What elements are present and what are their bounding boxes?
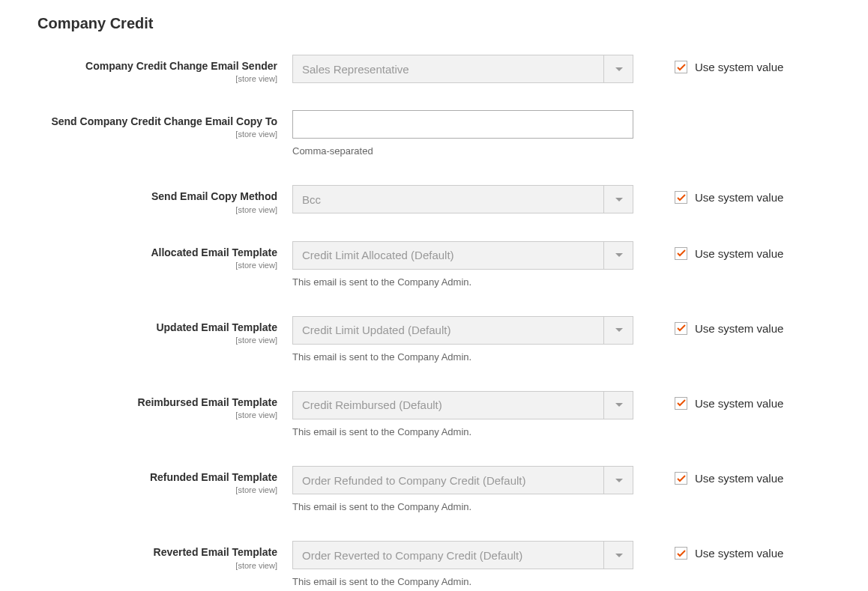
checkbox-use-system-refunded[interactable]: Use system value — [675, 472, 783, 485]
checkbox-use-system-allocated[interactable]: Use system value — [675, 247, 783, 260]
field-row-allocated: Allocated Email Template [store view] Cr… — [37, 241, 831, 289]
field-scope: [store view] — [37, 130, 277, 139]
select-refunded[interactable]: Order Refunded to Company Credit (Defaul… — [292, 466, 633, 494]
checkbox-use-system-reimbursed[interactable]: Use system value — [675, 397, 783, 410]
checkbox-label: Use system value — [695, 247, 783, 260]
select-value: Credit Reimbursed (Default) — [292, 391, 633, 419]
checkbox-use-system-reverted[interactable]: Use system value — [675, 547, 783, 560]
field-note: This email is sent to the Company Admin. — [292, 276, 633, 289]
input-col: Credit Limit Updated (Default) This emai… — [292, 316, 633, 364]
field-scope: [store view] — [37, 205, 277, 214]
label-col: Reimbursed Email Template [store view] — [37, 391, 292, 419]
checkbox-col: Use system value — [633, 55, 783, 73]
select-reimbursed[interactable]: Credit Reimbursed (Default) — [292, 391, 633, 419]
field-note: This email is sent to the Company Admin. — [292, 351, 633, 364]
checkbox-box — [675, 191, 687, 204]
label-col: Allocated Email Template [store view] — [37, 241, 292, 270]
select-value: Bcc — [292, 185, 633, 213]
checkbox-col: Use system value — [633, 316, 783, 335]
field-note: This email is sent to the Company Admin. — [292, 500, 633, 514]
input-col: Sales Representative — [292, 55, 633, 83]
field-note: Comma-separated — [292, 145, 633, 158]
input-copy-to[interactable] — [292, 110, 633, 139]
select-value: Credit Limit Allocated (Default) — [292, 241, 633, 270]
label-col: Updated Email Template [store view] — [37, 316, 292, 345]
checkbox-label: Use system value — [695, 547, 783, 560]
select-value: Order Reverted to Company Credit (Defaul… — [292, 541, 633, 569]
checkbox-label: Use system value — [695, 472, 783, 485]
input-col: Credit Reimbursed (Default) This email i… — [292, 391, 633, 439]
field-label-copy-method: Send Email Copy Method — [37, 190, 277, 203]
input-col: Credit Limit Allocated (Default) This em… — [292, 241, 633, 289]
check-icon — [677, 399, 686, 407]
field-label-updated: Updated Email Template — [37, 321, 277, 334]
field-row-reimbursed: Reimbursed Email Template [store view] C… — [37, 391, 831, 439]
field-row-reverted: Reverted Email Template [store view] Ord… — [37, 541, 831, 589]
select-allocated[interactable]: Credit Limit Allocated (Default) — [292, 241, 633, 270]
field-scope: [store view] — [37, 74, 277, 83]
checkbox-col: Use system value — [633, 466, 783, 485]
field-row-copy-to: Send Company Credit Change Email Copy To… — [37, 110, 831, 158]
input-col: Order Reverted to Company Credit (Defaul… — [292, 541, 633, 589]
field-note: This email is sent to the Company Admin. — [292, 425, 633, 439]
checkbox-box — [675, 322, 687, 335]
check-icon — [677, 324, 686, 332]
field-scope: [store view] — [37, 261, 277, 270]
label-col: Refunded Email Template [store view] — [37, 466, 292, 494]
select-updated[interactable]: Credit Limit Updated (Default) — [292, 316, 633, 345]
field-label-refunded: Refunded Email Template — [37, 470, 277, 484]
checkbox-box — [675, 547, 687, 560]
label-col: Company Credit Change Email Sender [stor… — [37, 55, 292, 83]
select-sender[interactable]: Sales Representative — [292, 55, 633, 83]
label-col: Reverted Email Template [store view] — [37, 541, 292, 569]
field-label-allocated: Allocated Email Template — [37, 246, 277, 259]
input-col: Comma-separated — [292, 110, 633, 158]
field-label-reimbursed: Reimbursed Email Template — [37, 395, 277, 409]
select-value: Sales Representative — [292, 55, 633, 83]
select-value: Order Refunded to Company Credit (Defaul… — [292, 466, 633, 494]
field-label-reverted: Reverted Email Template — [37, 545, 277, 559]
checkbox-label: Use system value — [695, 61, 783, 73]
field-row-updated: Updated Email Template [store view] Cred… — [37, 316, 831, 364]
checkbox-use-system-sender[interactable]: Use system value — [675, 61, 783, 73]
field-label-sender: Company Credit Change Email Sender — [37, 59, 277, 73]
checkbox-label: Use system value — [695, 322, 783, 335]
field-label-copy-to: Send Company Credit Change Email Copy To — [37, 115, 277, 128]
checkbox-box — [675, 61, 687, 73]
checkbox-col: Use system value — [633, 391, 783, 410]
field-note: This email is sent to the Company Admin. — [292, 575, 633, 589]
select-reverted[interactable]: Order Reverted to Company Credit (Defaul… — [292, 541, 633, 569]
checkbox-col: Use system value — [633, 185, 783, 204]
checkbox-col: Use system value — [633, 541, 783, 560]
check-icon — [677, 475, 686, 482]
select-value: Credit Limit Updated (Default) — [292, 316, 633, 345]
field-row-refunded: Refunded Email Template [store view] Ord… — [37, 466, 831, 514]
checkbox-box — [675, 397, 687, 410]
checkbox-box — [675, 247, 687, 260]
checkbox-col-empty — [633, 110, 675, 116]
field-row-sender: Company Credit Change Email Sender [stor… — [37, 55, 831, 83]
check-icon — [677, 550, 686, 557]
input-col: Order Refunded to Company Credit (Defaul… — [292, 466, 633, 514]
checkbox-use-system-updated[interactable]: Use system value — [675, 322, 783, 335]
checkbox-box — [675, 472, 687, 485]
label-col: Send Company Credit Change Email Copy To… — [37, 110, 292, 139]
checkbox-label: Use system value — [695, 397, 783, 410]
field-row-copy-method: Send Email Copy Method [store view] Bcc … — [37, 185, 831, 213]
check-icon — [677, 249, 686, 257]
checkbox-col: Use system value — [633, 241, 783, 260]
checkbox-label: Use system value — [695, 191, 783, 204]
select-copy-method[interactable]: Bcc — [292, 185, 633, 213]
field-scope: [store view] — [37, 336, 277, 345]
field-scope: [store view] — [37, 485, 277, 494]
checkbox-use-system-copy-method[interactable]: Use system value — [675, 191, 783, 204]
check-icon — [677, 194, 686, 201]
label-col: Send Email Copy Method [store view] — [37, 185, 292, 213]
section-title: Company Credit — [37, 15, 831, 32]
input-col: Bcc — [292, 185, 633, 213]
field-scope: [store view] — [37, 410, 277, 419]
field-scope: [store view] — [37, 561, 277, 570]
check-icon — [677, 64, 686, 71]
